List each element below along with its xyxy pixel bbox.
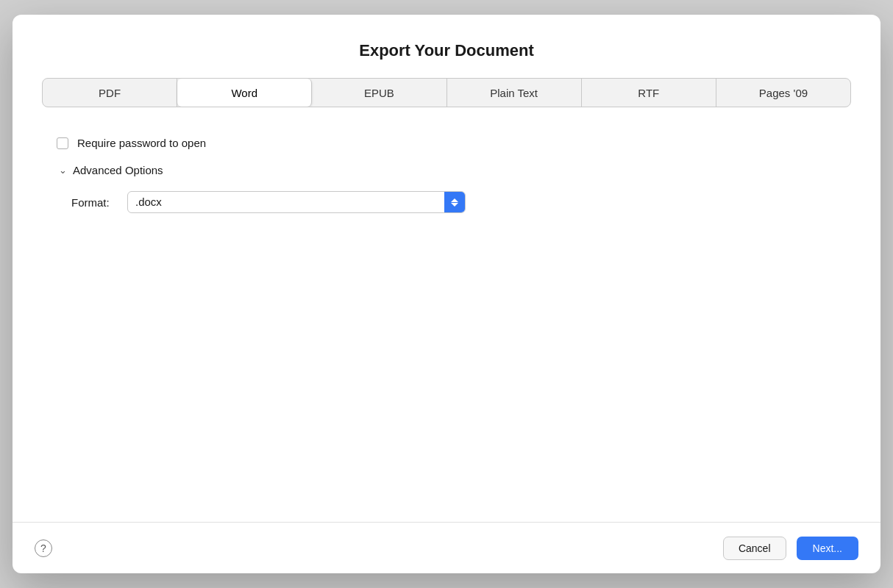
format-tab-bar: PDF Word EPUB Plain Text RTF Pages '09 (42, 78, 851, 107)
tab-word[interactable]: Word (177, 79, 312, 107)
tab-epub[interactable]: EPUB (312, 79, 446, 107)
password-row: Require password to open (42, 137, 851, 149)
tab-pdf[interactable]: PDF (43, 79, 177, 107)
tab-plain-text[interactable]: Plain Text (447, 79, 582, 107)
advanced-options-toggle[interactable]: ⌄ Advanced Options (42, 164, 851, 176)
advanced-options-label: Advanced Options (73, 164, 163, 176)
password-label: Require password to open (77, 137, 206, 149)
password-checkbox[interactable] (57, 137, 68, 149)
export-dialog: Export Your Document PDF Word EPUB Plain… (13, 15, 880, 573)
footer-actions: Cancel Next... (723, 537, 858, 560)
stepper-down-icon (451, 203, 458, 207)
format-stepper-button[interactable] (444, 191, 465, 213)
help-button[interactable]: ? (35, 539, 52, 557)
format-row: Format: .docx (42, 191, 851, 213)
tab-pages09[interactable]: Pages '09 (716, 79, 850, 107)
format-select[interactable]: .docx (127, 191, 466, 213)
format-select-value: .docx (128, 191, 444, 213)
stepper-up-icon (451, 198, 458, 202)
cancel-button[interactable]: Cancel (723, 537, 786, 560)
chevron-down-icon: ⌄ (57, 165, 68, 176)
next-button[interactable]: Next... (797, 537, 858, 560)
format-label: Format: (71, 196, 115, 209)
dialog-title: Export Your Document (13, 15, 880, 78)
dialog-footer: ? Cancel Next... (13, 522, 880, 573)
tab-rtf[interactable]: RTF (582, 79, 716, 107)
content-area: Require password to open ⌄ Advanced Opti… (13, 107, 880, 522)
